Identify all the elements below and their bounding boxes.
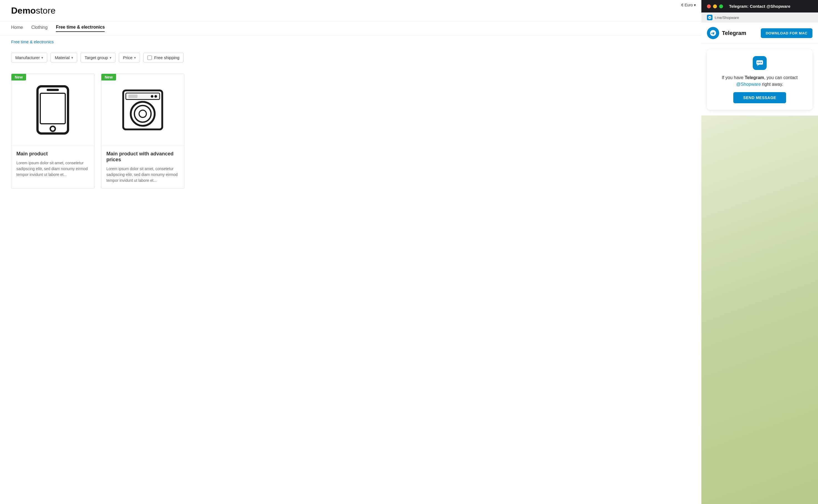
telegram-topbar: Telegram: Contact @Shopware: [701, 0, 818, 12]
telegram-url-icon: [707, 15, 713, 20]
telegram-header: Telegram DOWNLOAD FOR MAC: [701, 22, 818, 44]
product-badge-2: New: [101, 74, 116, 80]
telegram-url-text: t.me/Shopware: [715, 16, 739, 20]
card-text-end: right away.: [761, 82, 783, 87]
svg-rect-6: [128, 94, 137, 98]
free-shipping-label: Free shipping: [154, 55, 179, 60]
window-max-btn[interactable]: [719, 4, 723, 8]
svg-point-7: [154, 95, 157, 97]
svg-point-15: [761, 62, 762, 63]
product-desc-1: Lorem ipsum dolor sit amet, consetetur s…: [16, 160, 89, 178]
price-chevron: ▾: [134, 56, 136, 60]
svg-rect-2: [40, 93, 65, 124]
product-name-2: Main product with advanced prices: [106, 151, 179, 163]
card-text-bold: Telegram: [745, 75, 764, 80]
svg-point-14: [759, 62, 760, 63]
target-group-chevron: ▾: [110, 56, 111, 60]
svg-rect-1: [47, 89, 59, 91]
card-text-suffix: , you can contact: [764, 75, 798, 80]
telegram-app-name: Telegram: [722, 30, 746, 36]
free-shipping-checkbox[interactable]: [147, 56, 152, 60]
currency-selector[interactable]: € Euro ▾: [681, 3, 696, 7]
material-chevron: ▾: [71, 56, 73, 60]
currency-chevron: ▾: [694, 3, 696, 7]
download-telegram-button[interactable]: DOWNLOAD FOR MAC: [761, 28, 812, 38]
window-controls: [707, 4, 723, 8]
at-handle[interactable]: @Shopware: [736, 82, 761, 87]
product-card-2[interactable]: New Main product with advanced prices Lo…: [101, 74, 184, 189]
site-logo[interactable]: Demostore: [11, 6, 56, 16]
telegram-background: [701, 116, 818, 197]
main-nav: Home Clothing Free time & electronics: [0, 21, 818, 36]
svg-point-8: [151, 95, 153, 97]
telegram-card-text: If you have Telegram, you can contact@Sh…: [722, 74, 798, 88]
nav-item-home[interactable]: Home: [11, 25, 23, 32]
washer-icon: [122, 88, 163, 132]
breadcrumb-link[interactable]: Free time & electronics: [11, 39, 54, 44]
target-group-label: Target group: [85, 55, 108, 60]
product-image-1: [11, 74, 94, 146]
product-image-2: [101, 74, 184, 146]
svg-point-3: [50, 126, 55, 131]
material-filter[interactable]: Material ▾: [51, 53, 77, 62]
nav-item-clothing[interactable]: Clothing: [31, 25, 48, 32]
svg-point-11: [139, 110, 146, 117]
window-close-btn[interactable]: [707, 4, 711, 8]
telegram-window-title: Telegram: Contact @Shopware: [729, 4, 790, 9]
telegram-overlay: Telegram: Contact @Shopware t.me/Shopwar…: [701, 0, 818, 197]
products-grid: New Main product Lorem ipsum dolor sit a…: [0, 65, 818, 197]
product-desc-2: Lorem ipsum dolor sit amet, consetetur s…: [106, 166, 179, 183]
currency-label: € Euro: [681, 3, 693, 7]
telegram-logo-circle: [707, 27, 719, 39]
breadcrumb: Free time & electronics: [0, 36, 818, 48]
telegram-logo-area: Telegram: [707, 27, 746, 39]
product-name-1: Main product: [16, 151, 89, 157]
chat-bubble-icon: [753, 56, 767, 70]
filters-bar: Manufacturer ▾ Material ▾ Target group ▾…: [0, 48, 818, 65]
price-label: Price: [123, 55, 132, 60]
send-message-button[interactable]: SEND MESSAGE: [733, 92, 786, 103]
manufacturer-filter[interactable]: Manufacturer ▾: [11, 53, 47, 62]
logo-rest: store: [36, 6, 56, 16]
telegram-url-bar: t.me/Shopware: [701, 12, 818, 22]
target-group-filter[interactable]: Target group ▾: [80, 53, 115, 62]
phone-icon: [36, 85, 69, 135]
logo-bold: Demo: [11, 6, 36, 16]
product-info-1: Main product Lorem ipsum dolor sit amet,…: [11, 146, 94, 183]
product-badge-1: New: [11, 74, 26, 80]
product-info-2: Main product with advanced prices Lorem …: [101, 146, 184, 188]
svg-point-13: [757, 62, 759, 63]
product-card-1[interactable]: New Main product Lorem ipsum dolor sit a…: [11, 74, 94, 189]
nav-item-free-time[interactable]: Free time & electronics: [56, 25, 105, 32]
material-label: Material: [55, 55, 69, 60]
free-shipping-filter[interactable]: Free shipping: [143, 53, 183, 62]
window-min-btn[interactable]: [713, 4, 717, 8]
manufacturer-label: Manufacturer: [15, 55, 40, 60]
card-text-prefix: If you have: [722, 75, 745, 80]
manufacturer-chevron: ▾: [41, 56, 43, 60]
price-filter[interactable]: Price ▾: [119, 53, 140, 62]
